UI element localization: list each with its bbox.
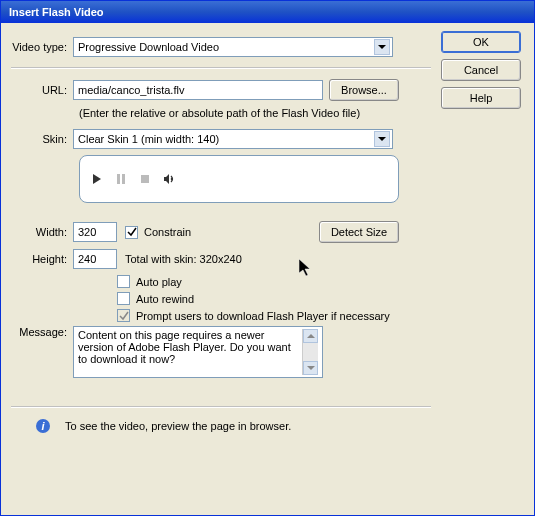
- autorewind-checkbox[interactable]: [117, 292, 130, 305]
- skin-value: Clear Skin 1 (min width: 140): [78, 133, 219, 145]
- divider: [11, 67, 431, 69]
- window-title: Insert Flash Video: [9, 6, 104, 18]
- pause-icon[interactable]: [114, 172, 128, 186]
- svg-rect-2: [141, 175, 149, 183]
- autoplay-checkbox[interactable]: [117, 275, 130, 288]
- scroll-up-icon[interactable]: [303, 329, 318, 343]
- message-text: Content on this page requires a newer ve…: [78, 329, 302, 375]
- cancel-button[interactable]: Cancel: [441, 59, 521, 81]
- message-textarea[interactable]: Content on this page requires a newer ve…: [73, 326, 323, 378]
- info-icon: i: [35, 418, 51, 434]
- ok-button[interactable]: OK: [441, 31, 521, 53]
- prompt-label: Prompt users to download Flash Player if…: [136, 310, 390, 322]
- help-button[interactable]: Help: [441, 87, 521, 109]
- constrain-label: Constrain: [144, 226, 191, 238]
- scrollbar[interactable]: [302, 329, 318, 375]
- dialog-window: Insert Flash Video Video type: Progressi…: [0, 0, 535, 516]
- prompt-checkbox[interactable]: [117, 309, 130, 322]
- width-label: Width:: [11, 226, 73, 238]
- constrain-checkbox[interactable]: [125, 226, 138, 239]
- play-icon[interactable]: [90, 172, 104, 186]
- stop-icon[interactable]: [138, 172, 152, 186]
- scroll-down-icon[interactable]: [303, 361, 318, 375]
- url-label: URL:: [11, 84, 73, 96]
- svg-rect-0: [117, 174, 120, 184]
- autorewind-label: Auto rewind: [136, 293, 194, 305]
- titlebar: Insert Flash Video: [1, 1, 534, 23]
- info-text: To see the video, preview the page in br…: [65, 420, 291, 432]
- skin-preview: [79, 155, 399, 203]
- height-input[interactable]: [73, 249, 117, 269]
- video-type-label: Video type:: [11, 41, 73, 53]
- chevron-down-icon[interactable]: [374, 131, 390, 147]
- height-label: Height:: [11, 253, 73, 265]
- url-hint: (Enter the relative or absolute path of …: [11, 107, 431, 119]
- detect-size-button[interactable]: Detect Size: [319, 221, 399, 243]
- volume-icon[interactable]: [162, 172, 176, 186]
- video-type-value: Progressive Download Video: [78, 41, 219, 53]
- browse-button[interactable]: Browse...: [329, 79, 399, 101]
- divider: [11, 406, 431, 408]
- skin-select[interactable]: Clear Skin 1 (min width: 140): [73, 129, 393, 149]
- svg-rect-1: [122, 174, 125, 184]
- autoplay-label: Auto play: [136, 276, 182, 288]
- total-skin-text: Total with skin: 320x240: [125, 253, 242, 265]
- video-type-select[interactable]: Progressive Download Video: [73, 37, 393, 57]
- skin-label: Skin:: [11, 133, 73, 145]
- message-label: Message:: [11, 326, 73, 338]
- chevron-down-icon[interactable]: [374, 39, 390, 55]
- width-input[interactable]: [73, 222, 117, 242]
- url-input[interactable]: [73, 80, 323, 100]
